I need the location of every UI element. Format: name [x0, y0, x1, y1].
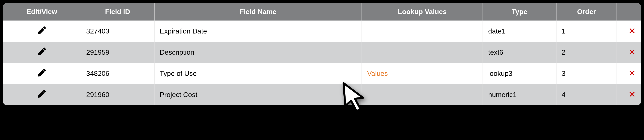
table-header-row: Edit/View Field ID Field Name Lookup Val… — [3, 3, 641, 20]
delete-button[interactable]: ✕ — [628, 26, 636, 35]
delete-button[interactable]: ✕ — [628, 48, 636, 56]
cell-order: 1 — [556, 20, 617, 42]
cell-edit — [3, 63, 81, 84]
cell-lookup — [362, 20, 483, 42]
table-row: 348206Type of UseValueslookup33✕ — [3, 63, 641, 84]
header-order: Order — [556, 3, 617, 20]
table-row: 291960Project Costnumeric14✕ — [3, 84, 641, 105]
fields-table-container: Edit/View Field ID Field Name Lookup Val… — [3, 3, 641, 105]
cell-order: 4 — [556, 84, 617, 105]
cell-type: numeric1 — [483, 84, 556, 105]
lookup-values-link[interactable]: Values — [367, 70, 388, 77]
header-field-id: Field ID — [81, 3, 154, 20]
cell-order: 3 — [556, 63, 617, 84]
cell-field-id: 291960 — [81, 84, 154, 105]
header-type: Type — [483, 3, 556, 20]
cell-lookup — [362, 84, 483, 105]
cell-type: lookup3 — [483, 63, 556, 84]
close-icon: ✕ — [628, 90, 636, 99]
pencil-icon — [38, 26, 46, 34]
cell-order: 2 — [556, 42, 617, 63]
table-row: 291959Descriptiontext62✕ — [3, 42, 641, 63]
cell-field-name: Type of Use — [154, 63, 362, 84]
header-delete — [617, 3, 641, 20]
header-lookup: Lookup Values — [362, 3, 483, 20]
delete-button[interactable]: ✕ — [628, 69, 636, 78]
cell-delete: ✕ — [617, 20, 641, 42]
cell-delete: ✕ — [617, 42, 641, 63]
edit-button[interactable] — [38, 90, 46, 98]
edit-button[interactable] — [38, 48, 46, 55]
delete-button[interactable]: ✕ — [628, 90, 636, 99]
header-field-name: Field Name — [154, 3, 362, 20]
cell-edit — [3, 42, 81, 63]
cell-type: text6 — [483, 42, 556, 63]
cell-lookup: Values — [362, 63, 483, 84]
close-icon: ✕ — [628, 26, 636, 35]
edit-button[interactable] — [38, 69, 46, 76]
close-icon: ✕ — [628, 69, 636, 78]
header-edit: Edit/View — [3, 3, 81, 20]
close-icon: ✕ — [628, 48, 636, 56]
cell-field-id: 327403 — [81, 20, 154, 42]
cell-edit — [3, 84, 81, 105]
fields-table: Edit/View Field ID Field Name Lookup Val… — [3, 3, 641, 105]
cell-field-name: Project Cost — [154, 84, 362, 105]
cell-delete: ✕ — [617, 84, 641, 105]
cell-lookup — [362, 42, 483, 63]
cell-field-id: 348206 — [81, 63, 154, 84]
pencil-icon — [38, 90, 46, 98]
cell-edit — [3, 20, 81, 42]
pencil-icon — [38, 69, 46, 76]
pencil-icon — [38, 48, 46, 55]
cell-delete: ✕ — [617, 63, 641, 84]
table-row: 327403Expiration Datedate11✕ — [3, 20, 641, 42]
edit-button[interactable] — [38, 26, 46, 34]
cell-field-id: 291959 — [81, 42, 154, 63]
cell-field-name: Description — [154, 42, 362, 63]
cell-field-name: Expiration Date — [154, 20, 362, 42]
cell-type: date1 — [483, 20, 556, 42]
